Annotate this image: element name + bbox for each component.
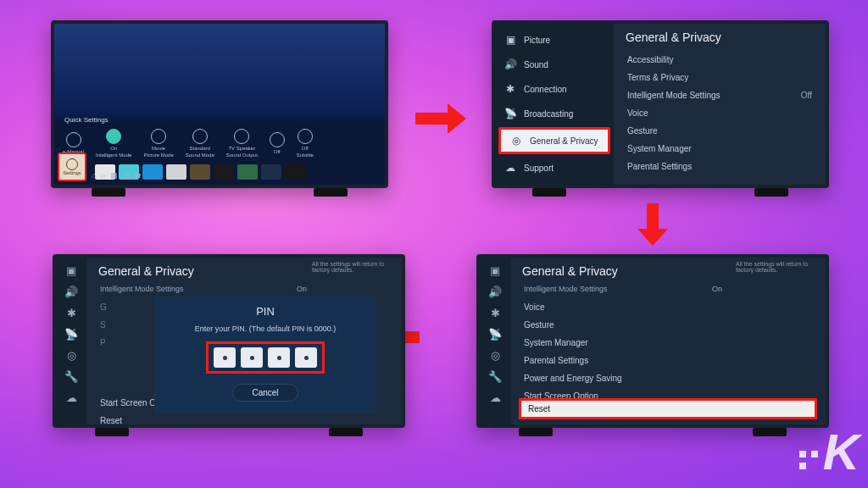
settings-sidebar: ▣Picture 🔊Sound ✱Connection 📡Broadcastin… <box>495 24 614 185</box>
clock-icon[interactable]: ◷ <box>123 171 130 180</box>
menu-item-accessibility[interactable]: Accessibility <box>626 51 814 69</box>
menu-item-parental[interactable]: Parental Settings <box>522 352 724 369</box>
qs-item-off-1[interactable]: Off <box>270 132 285 154</box>
menu-item-voice[interactable]: Voice <box>522 298 724 316</box>
cancel-button[interactable]: Cancel <box>232 384 298 402</box>
screenshot-step-3: ▣ 🔊 ✱ 📡 ◎ 🔧 ☁ General & Privacy Intellig… <box>476 254 829 428</box>
info-panel: All the settings will return to factory … <box>736 261 821 273</box>
qs-item-intelligent-mode[interactable]: OnIntelligent Mode <box>96 129 131 158</box>
subhead-intelligent-mode[interactable]: Intelligent Mode SettingsOn <box>524 285 722 293</box>
settings-icon-strip: ▣ 🔊 ✱ 📡 ◎ 🔧 ☁ <box>480 258 510 424</box>
support-icon[interactable]: ☁ <box>66 391 77 404</box>
picture-icon[interactable]: ▣ <box>66 264 76 277</box>
gear-icon[interactable]: ✿ <box>135 171 142 180</box>
tv-stand <box>95 428 129 436</box>
broadcasting-icon[interactable]: 📡 <box>488 328 502 341</box>
pin-digit-1[interactable] <box>214 347 236 368</box>
tv2-screen: ▣Picture 🔊Sound ✱Connection 📡Broadcastin… <box>495 24 826 185</box>
dot-icon <box>223 356 227 360</box>
menu-item-system-manager[interactable]: System Manager <box>522 334 724 352</box>
app-thumb[interactable] <box>214 164 234 180</box>
menu-item-terms[interactable]: Terms & Privacy <box>626 69 814 86</box>
sidebar-item-connection[interactable]: ✱Connection <box>495 78 614 100</box>
settings-icon-strip: ▣ 🔊 ✱ 📡 ◎ 🔧 ☁ <box>56 258 86 424</box>
tv-stand <box>92 188 125 197</box>
tv-stand <box>329 428 363 436</box>
connection-icon: ✱ <box>504 82 517 96</box>
connection-icon[interactable]: ✱ <box>67 307 76 319</box>
menu-item-power-energy[interactable]: Power and Energy Saving <box>522 369 724 387</box>
support-icon[interactable]: ☁ <box>490 391 501 404</box>
general-icon: ◎ <box>509 134 523 147</box>
app-thumb[interactable] <box>285 164 305 180</box>
general-icon[interactable]: ◎ <box>67 349 76 362</box>
broadcasting-icon[interactable]: 📡 <box>64 328 78 341</box>
support-icon: ☁ <box>504 161 517 175</box>
mini-nav-icons: ⌂ ⌕ ▦ ◷ ✿ <box>92 171 142 180</box>
qs-item-sound-mode[interactable]: StandardSound Mode <box>186 129 214 158</box>
qs-item-sound-output[interactable]: TV SpeakerSound Output <box>226 129 258 158</box>
general-icon[interactable]: ◎ <box>491 349 500 362</box>
settings-main-pane: General & Privacy Intelligent Mode Setti… <box>510 258 826 424</box>
gear-icon <box>66 158 78 170</box>
picture-icon: ▣ <box>504 33 517 47</box>
app-thumb[interactable] <box>190 164 210 180</box>
tv-stand <box>532 188 566 197</box>
dot-icon <box>250 356 254 360</box>
qs-item-subtitle[interactable]: OffSubtitle <box>297 129 314 158</box>
app-thumb[interactable] <box>142 164 163 180</box>
connection-icon[interactable]: ✱ <box>491 307 500 319</box>
settings-tile[interactable]: Settings <box>58 152 86 181</box>
tv-stand <box>754 188 788 197</box>
home-icon[interactable]: ⌂ <box>92 171 96 180</box>
tv3-screen: ▣ 🔊 ✱ 📡 ◎ 🔧 ☁ General & Privacy Intellig… <box>480 258 826 424</box>
menu-item-intelligent-mode[interactable]: Intelligent Mode SettingsOff <box>626 86 814 104</box>
subhead-intelligent-mode: Intelligent Mode SettingsOn <box>100 285 307 293</box>
app-thumb[interactable] <box>261 164 281 180</box>
pane-title: General & Privacy <box>98 264 309 278</box>
sound-icon: 🔊 <box>504 58 517 71</box>
tv1-screen: Quick Settings e-Manual OnIntelligent Mo… <box>54 24 385 185</box>
sound-icon[interactable]: 🔊 <box>64 286 78 298</box>
menu-item-gesture[interactable]: Gesture <box>626 122 814 140</box>
pane-title: General & Privacy <box>626 30 814 44</box>
dot-icon <box>304 356 309 360</box>
pin-dialog-title: PIN <box>166 305 364 318</box>
pin-digit-3[interactable] <box>268 347 290 368</box>
menu-item-reset[interactable]: Reset <box>519 398 817 419</box>
pin-input-group <box>206 341 325 374</box>
pin-digit-4[interactable] <box>295 347 317 368</box>
sidebar-item-picture[interactable]: ▣Picture <box>495 29 614 51</box>
app-thumb[interactable] <box>237 164 258 180</box>
menu-item-parental[interactable]: Parental Settings <box>626 158 814 175</box>
wrench-icon[interactable]: 🔧 <box>488 370 502 383</box>
screenshot-step-4: ▣ 🔊 ✱ 📡 ◎ 🔧 ☁ General & Privacy Intellig… <box>53 254 405 428</box>
info-panel: All the settings will return to factory … <box>312 261 397 273</box>
broadcasting-icon: 📡 <box>504 107 517 120</box>
pin-dialog: PIN Enter your PIN. (The default PIN is … <box>154 297 376 413</box>
sidebar-item-broadcasting[interactable]: 📡Broadcasting <box>495 103 614 125</box>
search-icon[interactable]: ⌕ <box>101 171 105 180</box>
settings-main-pane: General & Privacy Accessibility Terms & … <box>614 24 826 185</box>
screenshot-step-2: ▣Picture 🔊Sound ✱Connection 📡Broadcastin… <box>492 20 829 188</box>
menu-item-voice[interactable]: Voice <box>626 104 814 122</box>
settings-main-pane: General & Privacy Intelligent Mode Setti… <box>86 258 402 424</box>
grid-icon[interactable]: ▦ <box>110 171 118 180</box>
qs-item-emanual[interactable]: e-Manual <box>63 132 84 154</box>
menu-item-gesture[interactable]: Gesture <box>522 316 724 334</box>
dot-icon <box>277 356 281 360</box>
app-thumb[interactable] <box>166 164 186 180</box>
watermark: K <box>799 423 856 481</box>
sidebar-item-support[interactable]: ☁Support <box>495 157 614 179</box>
wrench-icon[interactable]: 🔧 <box>64 370 78 383</box>
qs-item-picture-mode[interactable]: MoviePicture Mode <box>143 129 173 158</box>
menu-item-reset[interactable]: Reset <box>98 412 309 430</box>
pin-digit-2[interactable] <box>241 347 263 368</box>
menu-item-system-manager[interactable]: System Manager <box>626 140 814 158</box>
picture-icon[interactable]: ▣ <box>490 264 500 277</box>
watermark-letter: K <box>823 423 856 481</box>
tv-stand <box>753 428 787 436</box>
sidebar-item-general-privacy[interactable]: ◎General & Privacy <box>498 127 610 154</box>
sidebar-item-sound[interactable]: 🔊Sound <box>495 53 614 75</box>
sound-icon[interactable]: 🔊 <box>488 286 502 298</box>
